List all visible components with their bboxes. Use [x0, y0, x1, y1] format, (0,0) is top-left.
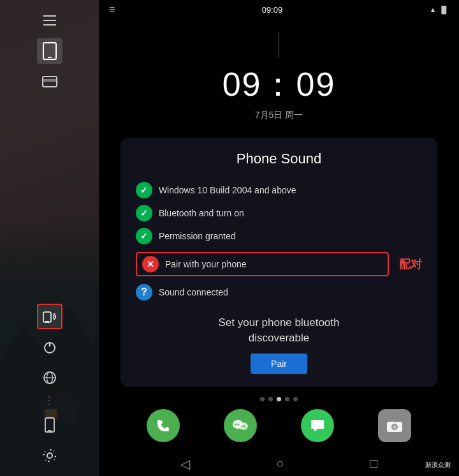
pair-item-row: ✕ Pair with your phone 配对 [136, 252, 422, 276]
svg-point-25 [393, 424, 397, 429]
sidebar-hamburger-menu[interactable] [37, 8, 62, 33]
set-phone-section: Set your phone bluetoothdiscoverable Pai… [136, 315, 422, 374]
check-icon-windows: ✓ [136, 182, 152, 198]
messages-app-icon[interactable] [301, 409, 334, 442]
check-item-permission: ✓ Permission granted [136, 225, 422, 248]
check-item-sound: ? Sound connected [136, 281, 422, 304]
dot-5 [293, 397, 298, 401]
pair-chinese-label: 配对 [399, 257, 422, 272]
phone-content: 09：09 7月5日 周一 Phone Sound ✓ Windows 10 B… [99, 19, 459, 476]
check-label-bluetooth: Bluetooth and turn on [159, 208, 244, 218]
pagination-dots [260, 397, 298, 401]
sidebar-power-icon[interactable] [37, 334, 62, 360]
nav-bar: ◁ ○ □ [99, 450, 459, 476]
svg-rect-7 [43, 312, 51, 322]
clock-line-decoration [279, 32, 279, 57]
svg-rect-15 [48, 430, 52, 431]
sidebar-card-icon[interactable] [37, 69, 62, 94]
check-icon-bluetooth: ✓ [136, 205, 152, 221]
svg-rect-8 [45, 321, 49, 322]
dot-4 [285, 397, 289, 401]
check-item-bluetooth: ✓ Bluetooth and turn on [136, 202, 422, 225]
status-bar-time: 09:09 [262, 5, 283, 15]
check-list: ✓ Windows 10 Build 2004 and above ✓ Blue… [136, 179, 422, 304]
dot-3 [277, 397, 281, 401]
check-item-windows: ✓ Windows 10 Build 2004 and above [136, 179, 422, 202]
status-bar-menu: ≡ [109, 4, 115, 15]
svg-rect-4 [48, 57, 52, 58]
phone-app-icon[interactable] [147, 409, 180, 442]
bottom-apps-bar [99, 401, 459, 450]
svg-rect-27 [391, 420, 394, 422]
clock-time: 09：09 [222, 63, 336, 107]
sidebar-tablet-icon[interactable] [37, 38, 62, 64]
clock-section: 09：09 7月5日 周一 [99, 19, 459, 128]
sidebar-dots: ··· [45, 396, 55, 407]
recent-button[interactable]: □ [370, 456, 377, 471]
wechat-app-icon[interactable] [224, 409, 257, 442]
watermark: 新浪众测 [422, 459, 454, 471]
check-icon-sound: ? [136, 284, 152, 301]
svg-rect-2 [43, 24, 56, 26]
dot-1 [260, 397, 265, 401]
camera-app-icon[interactable] [378, 409, 411, 442]
svg-point-22 [244, 425, 245, 426]
check-label-windows: Windows 10 Build 2004 and above [159, 185, 296, 195]
sidebar: ··· [0, 0, 99, 476]
check-icon-pair: ✕ [142, 256, 159, 272]
check-label-pair: Pair with your phone [165, 259, 247, 269]
svg-point-19 [235, 423, 237, 425]
svg-rect-6 [43, 79, 57, 82]
sidebar-globe-icon[interactable] [37, 365, 62, 390]
svg-point-16 [47, 453, 52, 458]
check-label-permission: Permission granted [159, 231, 236, 241]
sidebar-gear-icon[interactable] [37, 443, 62, 468]
pair-button[interactable]: Pair [251, 353, 307, 374]
check-label-sound: Sound connected [159, 287, 228, 297]
check-item-pair: ✕ Pair with your phone 配对 [136, 248, 422, 281]
check-icon-permission: ✓ [136, 228, 152, 244]
phone-frame: ≡ 09:09 ▲ ▐▌ 09：09 7月5日 周一 Phone Sound ✓… [99, 0, 459, 476]
battery-icon: ▐▌ [439, 6, 449, 13]
sidebar-phone-link-icon[interactable] [37, 304, 62, 329]
pair-item-box: ✕ Pair with your phone [136, 252, 389, 276]
clock-date: 7月5日 周一 [255, 110, 303, 121]
svg-point-21 [241, 425, 242, 426]
phone-sound-title: Phone Sound [136, 151, 422, 167]
svg-rect-1 [43, 20, 56, 21]
status-bar-icons: ▲ ▐▌ [430, 6, 449, 13]
svg-rect-0 [43, 15, 56, 17]
svg-point-20 [237, 423, 239, 425]
wifi-icon: ▲ [430, 6, 437, 13]
phone-sound-card: Phone Sound ✓ Windows 10 Build 2004 and … [120, 138, 437, 387]
svg-rect-14 [45, 418, 54, 432]
status-bar: ≡ 09:09 ▲ ▐▌ [99, 0, 459, 19]
sidebar-phone-icon[interactable] [37, 412, 62, 438]
dot-2 [268, 397, 273, 401]
home-button[interactable]: ○ [276, 456, 284, 471]
back-button[interactable]: ◁ [180, 456, 190, 472]
set-phone-text: Set your phone bluetoothdiscoverable [136, 315, 422, 346]
